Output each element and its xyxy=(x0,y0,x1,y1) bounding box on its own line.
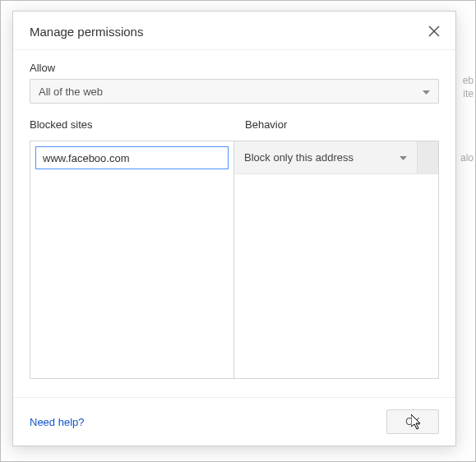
blocked-sites-list: Block only this address xyxy=(30,141,439,379)
chevron-down-icon xyxy=(423,85,430,98)
ok-button-label: OK xyxy=(405,416,419,427)
allow-select-value: All of the web xyxy=(39,85,103,98)
bg-fragment: ite xyxy=(463,88,474,99)
dialog-footer: Need help? OK xyxy=(13,397,455,446)
blocked-site-input[interactable] xyxy=(35,146,229,169)
behavior-pane: Block only this address xyxy=(234,141,438,378)
permissions-dialog: Manage permissions Allow All of the web … xyxy=(12,11,456,446)
allow-label: Allow xyxy=(30,62,439,74)
blocked-sites-pane xyxy=(30,141,234,378)
dialog-title: Manage permissions xyxy=(30,25,143,39)
close-button[interactable] xyxy=(426,23,442,39)
ok-button[interactable]: OK xyxy=(386,409,439,434)
help-link[interactable]: Need help? xyxy=(30,416,85,428)
behavior-select[interactable]: Block only this address xyxy=(234,141,417,174)
behavior-select-value: Block only this address xyxy=(244,151,354,164)
blocked-sites-label: Blocked sites xyxy=(30,118,233,131)
behavior-label: Behavior xyxy=(245,118,439,131)
bg-fragment: alo xyxy=(460,152,474,164)
allow-select[interactable]: All of the web xyxy=(30,79,439,104)
bg-fragment: eb xyxy=(463,75,474,86)
dialog-header: Manage permissions xyxy=(13,12,455,50)
row-action-cell[interactable] xyxy=(417,141,438,174)
close-icon xyxy=(428,25,440,37)
chevron-down-icon xyxy=(400,151,407,164)
